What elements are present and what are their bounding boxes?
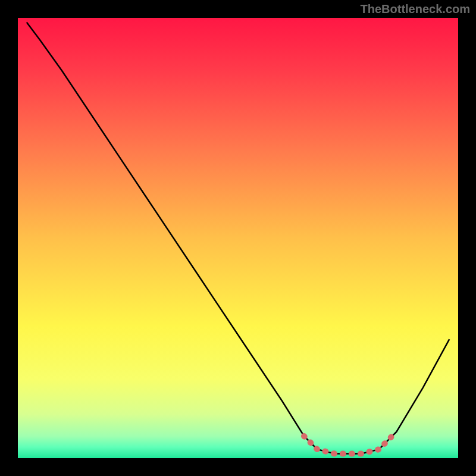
chart-background (18, 18, 458, 458)
chart-plot-area (18, 18, 458, 458)
chart-svg (18, 18, 458, 458)
watermark-text: TheBottleneck.com (361, 2, 470, 16)
